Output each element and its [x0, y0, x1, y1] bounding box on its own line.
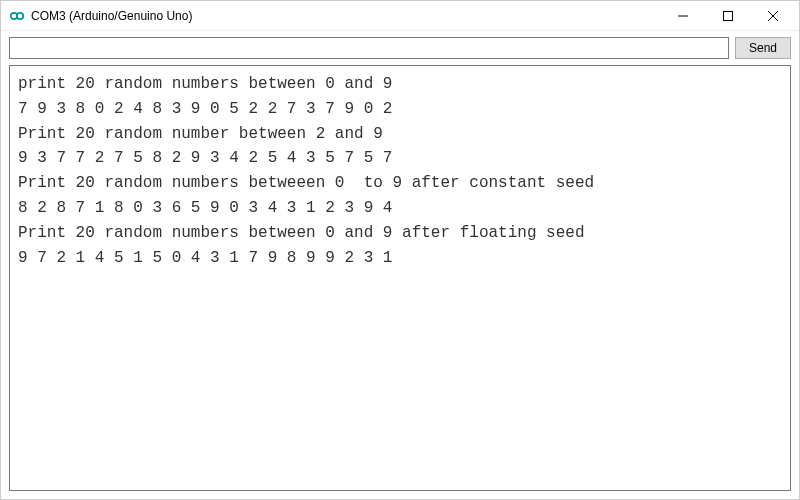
- serial-monitor-window: COM3 (Arduino/Genuino Uno) Send print 20…: [0, 0, 800, 500]
- console-line: 7 9 3 8 0 2 4 8 3 9 0 5 2 2 7 3 7 9 0 2: [18, 97, 782, 122]
- serial-input[interactable]: [9, 37, 729, 59]
- console-line: 8 2 8 7 1 8 0 3 6 5 9 0 3 4 3 1 2 3 9 4: [18, 196, 782, 221]
- minimize-button[interactable]: [660, 1, 705, 31]
- window-title: COM3 (Arduino/Genuino Uno): [31, 9, 660, 23]
- maximize-button[interactable]: [705, 1, 750, 31]
- console-line: Print 20 random numbers between 0 and 9 …: [18, 221, 782, 246]
- svg-rect-3: [723, 11, 732, 20]
- titlebar: COM3 (Arduino/Genuino Uno): [1, 1, 799, 31]
- console-line: 9 7 2 1 4 5 1 5 0 4 3 1 7 9 8 9 9 2 3 1: [18, 246, 782, 271]
- console-line: print 20 random numbers between 0 and 9: [18, 72, 782, 97]
- send-button[interactable]: Send: [735, 37, 791, 59]
- serial-toolbar: Send: [1, 31, 799, 65]
- console-line: Print 20 random numbers betweeen 0 to 9 …: [18, 171, 782, 196]
- serial-output[interactable]: print 20 random numbers between 0 and 9 …: [9, 65, 791, 491]
- console-line: Print 20 random number between 2 and 9: [18, 122, 782, 147]
- console-line: 9 3 7 7 2 7 5 8 2 9 3 4 2 5 4 3 5 7 5 7: [18, 146, 782, 171]
- window-controls: [660, 1, 795, 31]
- arduino-infinity-icon: [9, 8, 25, 24]
- close-button[interactable]: [750, 1, 795, 31]
